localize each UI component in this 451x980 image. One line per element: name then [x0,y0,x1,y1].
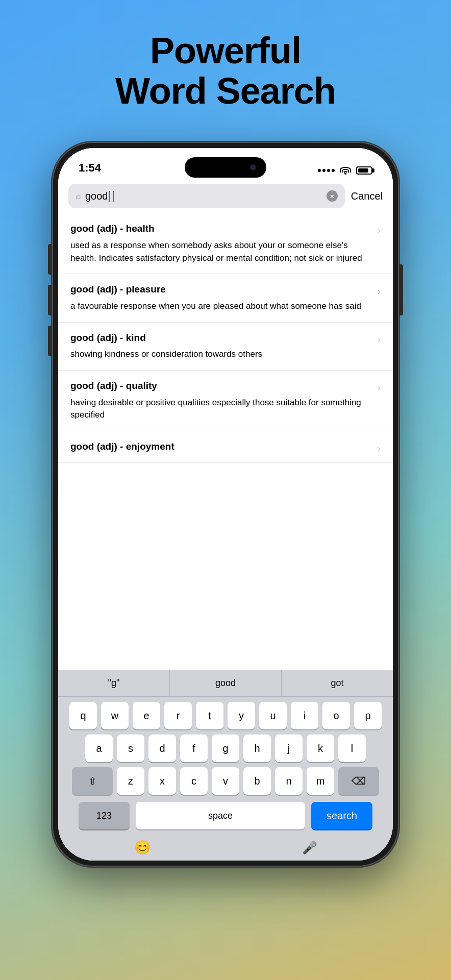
key-space[interactable]: space [136,802,305,829]
phone-shell: 1:54 [52,142,399,867]
key-g[interactable]: g [212,734,239,762]
key-n[interactable]: n [275,767,303,795]
status-icons [318,166,372,175]
key-i[interactable]: i [291,702,318,729]
search-bar-container: ⌕ good × Cancel [58,179,393,213]
predictive-bar: "g" good got [58,670,393,697]
key-numbers[interactable]: 123 [79,802,130,829]
key-e[interactable]: e [133,702,160,729]
key-p[interactable]: p [354,702,382,729]
key-s[interactable]: s [117,734,144,762]
page-headline: Powerful Word Search [115,31,336,111]
chevron-icon-2: › [377,334,381,346]
result-title-2: good (adj) - kind [70,332,371,345]
key-q[interactable]: q [69,702,97,729]
key-y[interactable]: y [228,702,255,729]
key-shift[interactable]: ⇧ [72,767,113,795]
key-v[interactable]: v [212,767,239,795]
chevron-icon-3: › [377,382,381,394]
phone-mockup: 1:54 [52,142,399,877]
chevron-icon-0: › [377,225,381,236]
search-clear-button[interactable]: × [327,190,338,202]
result-desc-2: showing kindness or consideration toward… [70,348,371,361]
text-cursor [109,191,110,202]
predictive-item-2[interactable]: got [282,670,393,696]
search-input[interactable]: good [85,190,322,203]
result-item-2[interactable]: good (adj) - kind showing kindness or co… [58,323,393,371]
key-backspace[interactable]: ⌫ [338,767,379,795]
key-row-1: q w e r t y u i o p [60,702,391,729]
signal-dot-3 [327,169,330,172]
key-z[interactable]: z [117,767,144,795]
wifi-icon [340,166,351,175]
key-w[interactable]: w [101,702,129,729]
key-b[interactable]: b [243,767,271,795]
result-content-2: good (adj) - kind showing kindness or co… [70,332,371,361]
key-d[interactable]: d [148,734,176,762]
cancel-button[interactable]: Cancel [351,190,383,202]
result-content-1: good (adj) - pleasure a favourable respo… [70,283,371,312]
predictive-item-0[interactable]: "g" [58,670,170,696]
key-m[interactable]: m [307,767,334,795]
headline-line1: Powerful [115,31,336,71]
keyboard-rows: q w e r t y u i o p a s [58,697,393,798]
result-desc-0: used as a response when somebody asks ab… [70,239,371,264]
result-title-3: good (adj) - quality [70,380,371,393]
key-search[interactable]: search [311,802,372,829]
chevron-icon-4: › [377,443,381,454]
key-f[interactable]: f [180,734,208,762]
result-item-3[interactable]: good (adj) - quality having desirable or… [58,371,393,431]
key-a[interactable]: a [85,734,113,762]
result-item-0[interactable]: good (adj) - health used as a response w… [58,213,393,274]
signal-dot-1 [318,169,321,172]
search-icon: ⌕ [76,191,81,202]
predictive-item-1[interactable]: good [170,670,282,696]
result-item-4[interactable]: good (adj) - enjoyment › [58,431,393,463]
search-bar[interactable]: ⌕ good × [68,184,345,208]
key-c[interactable]: c [180,767,208,795]
home-indicator-bar: 😊 🎤 [58,837,393,861]
camera-dot [250,164,256,170]
key-r[interactable]: r [164,702,192,729]
keyboard-bottom-row: 123 space search [58,798,393,837]
key-j[interactable]: j [275,734,303,762]
phone-screen: 1:54 [58,148,393,861]
results-list: good (adj) - health used as a response w… [58,213,393,670]
battery-fill [358,168,368,173]
signal-dot-2 [322,169,325,172]
mic-button[interactable]: 🎤 [302,841,317,855]
key-t[interactable]: t [196,702,223,729]
result-title-4: good (adj) - enjoyment [70,440,371,453]
text-cursor [113,191,114,202]
result-desc-1: a favourable response when you are pleas… [70,300,371,313]
result-desc-3: having desirable or positive qualities e… [70,397,371,422]
signal-icon [318,169,335,172]
keyboard: "g" good got q w e r t y u i o [58,670,393,861]
result-content-0: good (adj) - health used as a response w… [70,223,371,264]
key-h[interactable]: h [243,734,271,762]
key-row-3: ⇧ z x c v b n m ⌫ [60,767,391,795]
key-row-2: a s d f g h j k l [60,734,391,762]
key-k[interactable]: k [307,734,334,762]
key-l[interactable]: l [338,734,366,762]
key-o[interactable]: o [322,702,350,729]
battery-icon [356,166,372,175]
result-title-0: good (adj) - health [70,223,371,235]
status-time: 1:54 [79,161,101,175]
key-u[interactable]: u [259,702,287,729]
headline-line2: Word Search [115,71,336,111]
emoji-button[interactable]: 😊 [134,840,151,855]
key-x[interactable]: x [148,767,176,795]
chevron-icon-1: › [377,285,381,297]
result-content-3: good (adj) - quality having desirable or… [70,380,371,422]
signal-dot-4 [332,169,335,172]
result-item-1[interactable]: good (adj) - pleasure a favourable respo… [58,274,393,322]
result-title-1: good (adj) - pleasure [70,283,371,296]
dynamic-island [185,157,266,178]
result-content-4: good (adj) - enjoyment [70,440,371,457]
